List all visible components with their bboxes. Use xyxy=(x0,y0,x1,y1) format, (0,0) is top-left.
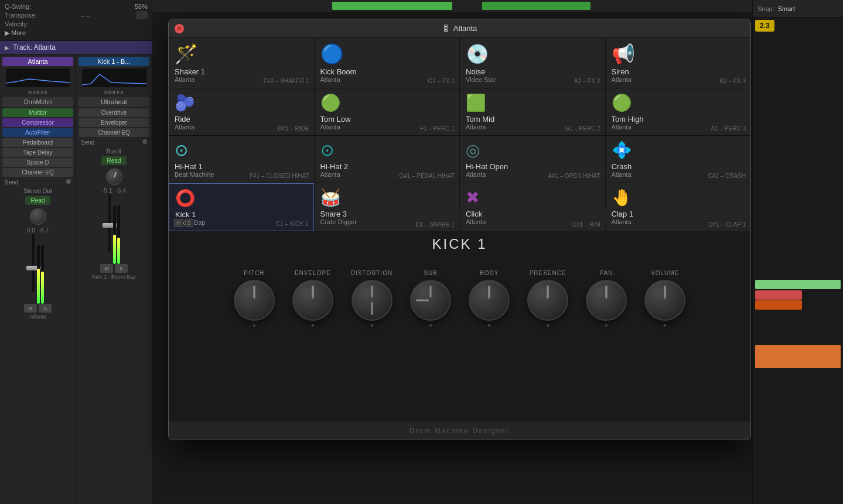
instrument-btn-atlanta[interactable]: DrmMchn xyxy=(2,97,73,107)
knobs-row: PITCH ENVELOPE DISTORTION xyxy=(234,270,685,327)
green-segment-1 xyxy=(332,2,452,10)
meter-l-kick1 xyxy=(113,205,116,264)
read-btn-atlanta[interactable]: Read xyxy=(25,196,51,205)
track-arrow-icon: ▶ xyxy=(5,44,9,51)
timeline-ruler xyxy=(152,0,752,12)
pad-kick1[interactable]: ⭕ Kick 1 Boom Bap C1 – KICK 1 M S xyxy=(169,183,314,231)
pad-icon-kick1: ⭕ xyxy=(175,188,196,208)
pad-sub-click: Atlanta xyxy=(466,218,486,225)
arr-green-block xyxy=(755,280,841,289)
send-section-kick1: Send xyxy=(79,139,149,146)
pad-note-kick1: C1 – KICK 1 xyxy=(276,221,309,227)
transpose-label: Transpose: xyxy=(5,12,37,19)
fx-channeleq-kick1[interactable]: Channel EQ xyxy=(79,128,149,137)
fx-tapedelay[interactable]: Tape Delay xyxy=(2,148,73,157)
velocity-label: Velocity: xyxy=(5,20,29,28)
pad-name-ride: Ride xyxy=(175,115,190,124)
more-button[interactable]: ▶ More xyxy=(5,28,26,38)
pad-kickboom[interactable]: 🔵 Kick Boom Atlanta G2 – FX 1 xyxy=(315,38,460,88)
pad-sub-kickboom: Atlanta xyxy=(320,76,340,83)
pad-hihatopen[interactable]: ◎ Hi-Hat Open Atlanta A#1 – OPEN HIHAT xyxy=(460,136,605,183)
solo-btn-atlanta[interactable]: S xyxy=(39,304,52,313)
channel-atlanta: Atlanta MIDI FX DrmMchn Multipr Compress… xyxy=(0,54,76,504)
pad-name-kick1: Kick 1 xyxy=(175,210,196,219)
pad-note-crash: C#2 – CRASH xyxy=(708,173,746,179)
arr-red-block xyxy=(755,290,802,300)
fx-pedalboard[interactable]: Pedalboard xyxy=(2,138,73,147)
read-btn-kick1[interactable]: Read xyxy=(101,156,127,165)
pad-name-tomlow: Tom Low xyxy=(320,115,351,124)
knob-pitch[interactable] xyxy=(234,280,275,321)
fx-autofilter[interactable]: AutoFilter xyxy=(2,128,73,137)
pad-tommid[interactable]: 🟩 Tom Mid Atlanta G1 – PERC 2 xyxy=(460,88,605,135)
mute-btn-atlanta[interactable]: M xyxy=(24,304,37,313)
ms-row-kick1: M S xyxy=(100,264,128,273)
pad-tomhigh[interactable]: 🟢 Tom High Atlanta A1 – PERC 3 xyxy=(606,88,751,135)
pad-clap1[interactable]: 🤚 Clap 1 Atlanta D#1 – CLAP 1 xyxy=(606,183,751,231)
send-section-atlanta: Send xyxy=(2,179,73,186)
fx-compressor[interactable]: Compressor xyxy=(2,118,73,127)
pad-name-kickboom: Kick Boom xyxy=(320,67,357,76)
knob-body[interactable] xyxy=(469,280,510,321)
pad-name-clap1: Clap 1 xyxy=(612,210,634,218)
fx-multipr[interactable]: Multipr xyxy=(2,108,73,117)
knob-distortion[interactable] xyxy=(351,280,393,321)
knob-label-pitch: PITCH xyxy=(244,270,264,276)
pad-crash[interactable]: 💠 Crash Atlanta C#2 – CRASH xyxy=(606,136,751,183)
knob-row-atlanta xyxy=(30,208,46,225)
pad-sub-siren: Atlanta xyxy=(612,76,632,83)
knob-volume[interactable] xyxy=(644,280,685,321)
pad-mute-kick1[interactable]: M xyxy=(174,219,183,227)
fx-channeleq-atlanta[interactable]: Channel EQ xyxy=(2,168,73,177)
pad-icon-clap1: 🤚 xyxy=(612,188,632,207)
dmd-title-text: Atlanta xyxy=(453,24,477,33)
pad-shaker1[interactable]: 🪄 Shaker 1 Atlanta F#2 – SHAKER 1 xyxy=(169,38,314,88)
fx-overdrive[interactable]: Overdrive xyxy=(79,108,149,117)
fader-atlanta xyxy=(32,234,35,304)
fader-track-atlanta[interactable] xyxy=(32,234,35,292)
knob-dot-volume xyxy=(664,324,666,327)
pad-icon-ride: 🫐 xyxy=(175,93,195,112)
channel-name-atlanta[interactable]: Atlanta xyxy=(2,57,73,66)
channel-name-kick1[interactable]: Kick 1 - B... xyxy=(79,57,149,66)
transpose-dropdown[interactable] xyxy=(136,11,148,19)
pad-icon-kickboom: 🔵 xyxy=(320,43,344,65)
pad-snare3[interactable]: 🥁 Snare 3 Crate Digger D1 – SNARE 1 xyxy=(315,183,460,231)
knob-pan[interactable] xyxy=(586,280,627,321)
fx-enveloper[interactable]: Enveloper xyxy=(79,118,149,127)
knob-group-sub: SUB xyxy=(410,270,451,327)
dmd-close-button[interactable]: ✕ xyxy=(175,24,184,33)
pad-solo-kick1[interactable]: S xyxy=(185,219,193,227)
pad-hihat1[interactable]: ⊙ Hi-Hat 1 Beat Machine F#1 – CLOSED HIH… xyxy=(169,136,314,183)
fader-track-kick1[interactable] xyxy=(108,194,111,252)
pad-sub-hihatopen: Atlanta xyxy=(466,171,486,178)
mute-btn-kick1[interactable]: M xyxy=(100,264,113,273)
pad-tomlow[interactable]: 🟢 Tom Low Atlanta F1 – PERC 1 xyxy=(315,88,460,135)
pad-name-siren: Siren xyxy=(612,67,629,76)
pad-ride[interactable]: 🫐 Ride Atlanta D#2 – RIDE xyxy=(169,88,314,135)
pad-icon-hihat1: ⊙ xyxy=(175,140,188,160)
knob-envelope[interactable] xyxy=(292,280,333,321)
fx-spaced[interactable]: Space D xyxy=(2,158,73,167)
pad-icon-hihatopen: ◎ xyxy=(466,140,480,160)
knob-presence[interactable] xyxy=(527,280,568,321)
knob-label-body: BODY xyxy=(480,270,499,276)
knob-group-distortion: DISTORTION xyxy=(351,270,393,327)
pan-knob-kick1[interactable] xyxy=(106,169,122,185)
dmd-footer-text: Drum Machine Designer xyxy=(409,427,510,435)
knob-dot-sub xyxy=(429,324,432,327)
ultrabeat-btn[interactable]: Ultrabeat xyxy=(79,97,149,107)
pad-name-hihat2: Hi-Hat 2 xyxy=(320,162,349,171)
pad-name-click: Click xyxy=(466,210,482,218)
pad-hihat2[interactable]: ⊙ Hi-Hat 2 Atlanta G#1 – PEDAL HIHAT xyxy=(315,136,460,183)
pan-knob-atlanta[interactable] xyxy=(30,208,46,225)
solo-btn-kick1[interactable]: S xyxy=(115,264,128,273)
pad-note-siren: B2 – FX 3 xyxy=(720,78,746,84)
pad-click[interactable]: ✖ Click Atlanta C#1 – RIM xyxy=(460,183,605,231)
knob-sub[interactable] xyxy=(410,280,451,321)
pad-siren[interactable]: 📢 Siren Atlanta B2 – FX 3 xyxy=(606,38,751,88)
midi-fx-label: MIDI FX xyxy=(104,90,124,95)
pad-noise[interactable]: 💿 Noise Video Star A2 – FX 2 xyxy=(460,38,605,88)
dmd-window: ✕ 🎛 Atlanta 🪄 Shaker 1 Atlanta F#2 – SHA… xyxy=(168,19,751,440)
knob-indicator-sub xyxy=(416,300,429,301)
